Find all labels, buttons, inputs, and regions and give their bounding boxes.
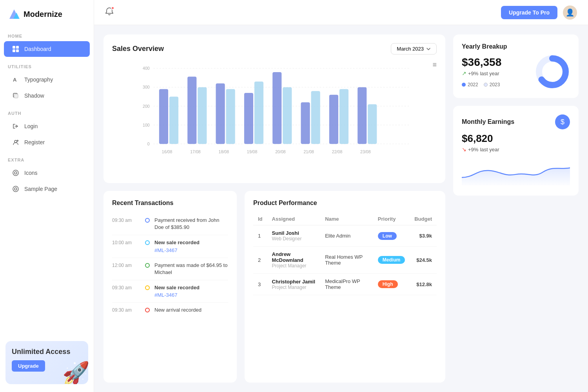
sales-header: Sales Overview March 2023 (112, 43, 437, 54)
shadow-icon (12, 92, 20, 100)
svg-rect-31 (216, 83, 225, 144)
bar-chart: 400 300 200 100 0 (112, 61, 437, 167)
sidebar-section-utilities: UTILITIES A Typography Shadow (0, 57, 94, 104)
sales-overview-card: Sales Overview March 2023 ≡ (103, 34, 445, 183)
chart-menu-icon[interactable]: ≡ (432, 61, 437, 69)
bottom-row: Recent Transactions 09:30 am Payment rec… (103, 191, 445, 383)
section-label-extra: EXTRA (0, 151, 94, 165)
svg-rect-5 (16, 49, 19, 52)
month-selector[interactable]: March 2023 (391, 43, 437, 54)
chart-area: ≡ 400 300 200 100 0 (112, 61, 437, 174)
yearly-title: Yearly Breakup (462, 43, 570, 50)
sidebar-item-sample[interactable]: Sample Page (4, 181, 90, 197)
sample-icon (12, 185, 20, 193)
tx-time: 09:30 am (112, 307, 140, 313)
sidebar-item-icons[interactable]: Icons (4, 165, 90, 181)
monthly-earnings-card: Monthly Earnings $ $6,820 ↘ +9% last yea… (453, 106, 579, 196)
dashboard-icon (12, 45, 20, 53)
sidebar-item-label-typography: Typography (24, 76, 53, 83)
svg-text:0: 0 (147, 142, 150, 146)
tx-dot (145, 308, 150, 312)
tx-link[interactable]: #ML-3467 (154, 292, 178, 298)
sidebar-item-label-shadow: Shadow (24, 93, 44, 99)
tx-link[interactable]: #ML-3467 (154, 247, 178, 253)
register-icon (12, 138, 20, 146)
col-id: Id (253, 213, 267, 225)
sparkline-chart (462, 158, 570, 185)
sidebar-item-typography[interactable]: A Typography (4, 72, 90, 87)
table-header-row: Id Assigned Name Priority Budget (253, 213, 437, 225)
tx-dot (145, 240, 150, 245)
svg-rect-3 (16, 46, 19, 49)
svg-rect-34 (254, 82, 263, 144)
transactions-title: Recent Transactions (112, 200, 228, 207)
notification-bell[interactable] (105, 7, 114, 18)
svg-rect-8 (14, 94, 18, 98)
monthly-icon: $ (555, 114, 570, 129)
product-performance-card: Product Performance Id Assigned Name Pri… (245, 191, 445, 383)
sidebar-section-extra: EXTRA Icons Sample Page (0, 151, 94, 197)
product-title: Product Performance (253, 200, 437, 207)
svg-text:16/08: 16/08 (162, 149, 172, 154)
svg-text:17/08: 17/08 (190, 149, 201, 154)
svg-text:18/08: 18/08 (219, 149, 229, 154)
left-panel: Sales Overview March 2023 ≡ (103, 34, 445, 383)
brand-name: Modernize (24, 10, 62, 19)
svg-point-13 (13, 170, 18, 176)
sidebar-item-label-sample: Sample Page (24, 186, 57, 192)
yearly-pct: +9% (468, 71, 478, 76)
svg-text:400: 400 (143, 66, 150, 71)
product-table: Id Assigned Name Priority Budget 1 (253, 213, 437, 295)
sales-title: Sales Overview (112, 45, 164, 53)
tx-dot (145, 263, 150, 268)
transaction-list: 09:30 am Payment received from John Doe … (112, 213, 228, 318)
section-label-home: HOME (0, 27, 94, 41)
col-priority: Priority (373, 213, 410, 225)
svg-point-14 (15, 172, 17, 174)
yearly-amount: $36,358 (462, 56, 501, 69)
svg-rect-4 (13, 49, 15, 52)
sidebar-item-shadow[interactable]: Shadow (4, 88, 90, 103)
row-id: 2 (253, 247, 267, 274)
donut-chart (535, 54, 570, 89)
main-area: Upgrade To Pro 👤 Sales Overview March 20… (94, 0, 588, 392)
row-product-name: Elite Admin (320, 225, 373, 247)
svg-rect-27 (159, 89, 168, 144)
table-row: 2 Andrew McDownland Project Manager Real… (253, 247, 437, 274)
tx-time: 12:00 am (112, 262, 140, 268)
col-budget: Budget (410, 213, 437, 225)
svg-rect-35 (272, 72, 281, 144)
svg-point-15 (13, 186, 18, 192)
svg-text:100: 100 (143, 123, 150, 127)
tx-text: New arrival recorded (154, 307, 201, 314)
svg-rect-39 (329, 95, 338, 144)
list-item: 09:30 am New sale recorded #ML-3467 (112, 280, 228, 303)
monthly-amount: $6,820 (462, 132, 570, 145)
tx-text: Payment was made of $64.95 to Michael (154, 262, 228, 276)
right-panel: Yearly Breakup $36,358 ↗ +9% last year (453, 34, 579, 383)
yearly-change: ↗ +9% last year (462, 70, 501, 76)
upgrade-pro-button[interactable]: Upgrade To Pro (501, 6, 557, 19)
user-avatar[interactable]: 👤 (563, 5, 577, 20)
sidebar-item-login[interactable]: Login (4, 118, 90, 134)
tx-text: Payment received from John Doe of $385.9… (154, 217, 228, 231)
row-priority: Low (373, 225, 410, 247)
logo: Modernize (0, 0, 94, 27)
svg-text:A: A (13, 77, 17, 83)
sidebar-item-dashboard[interactable]: Dashboard (4, 41, 90, 57)
col-name: Name (320, 213, 373, 225)
notification-dot (111, 6, 114, 10)
col-assigned: Assigned (267, 213, 321, 225)
row-id: 1 (253, 225, 267, 247)
row-id: 3 (253, 274, 267, 295)
svg-text:200: 200 (143, 104, 150, 109)
monthly-header: Monthly Earnings $ (462, 114, 570, 129)
tx-text: New sale recorded (154, 239, 200, 246)
login-icon (12, 122, 20, 130)
upgrade-button[interactable]: Upgrade (12, 360, 45, 372)
yearly-stats: $36,358 ↗ +9% last year 2022 (462, 56, 501, 87)
svg-text:21/08: 21/08 (303, 149, 314, 154)
row-assigned: Sunil Joshi Web Designer (267, 225, 321, 247)
sidebar-item-register[interactable]: Register (4, 134, 90, 150)
tx-content: New sale recorded #ML-3467 (154, 239, 200, 253)
